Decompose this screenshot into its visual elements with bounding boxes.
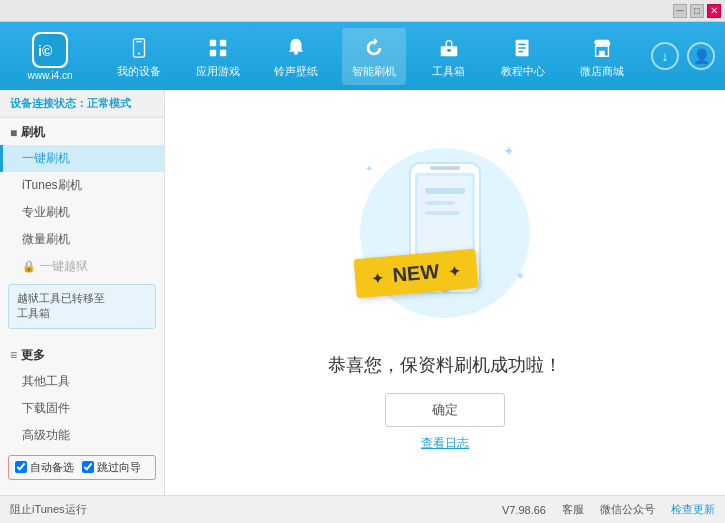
group-more: ≡ 更多 — [0, 341, 164, 368]
nav-item-ringtones[interactable]: 铃声壁纸 — [264, 28, 328, 85]
success-message: 恭喜您，保资料刷机成功啦！ — [328, 355, 562, 375]
status-value: 正常模式 — [87, 97, 131, 109]
sidebar-item-one-key-flash[interactable]: 一键刷机 — [0, 145, 164, 172]
notice-text: 越狱工具已转移至 工具箱 — [17, 292, 105, 319]
nav-items: 我的设备 应用游戏 铃声壁纸 智能刷机 — [100, 28, 641, 85]
status-label: 设备连接状态： — [10, 97, 87, 109]
group-flash-label: 刷机 — [21, 124, 45, 141]
bell-icon — [282, 34, 310, 62]
svg-rect-23 — [425, 188, 465, 194]
body: 设备连接状态：正常模式 ■ 刷机 一键刷机 iTunes刷机 专业刷机 微量刷机… — [0, 90, 725, 495]
success-text: 恭喜您，保资料刷机成功啦！ — [328, 353, 562, 377]
checkbox-row: 自动备选 跳过向导 — [8, 455, 156, 480]
skip-guide-input[interactable] — [82, 461, 94, 473]
apps-icon — [204, 34, 232, 62]
app-window: i© www.i4.cn 我的设备 应用游戏 — [0, 22, 725, 523]
lock-icon: 🔒 — [22, 260, 36, 273]
daily-link[interactable]: 查看日志 — [421, 435, 469, 452]
nav-item-my-device[interactable]: 我的设备 — [107, 28, 171, 85]
svg-rect-21 — [430, 166, 460, 170]
auto-backup-label: 自动备选 — [30, 460, 74, 475]
svg-rect-11 — [447, 48, 451, 51]
sidebar-locked-jailbreak: 🔒 一键越狱 — [0, 253, 164, 280]
nav-label-weidian: 微店商城 — [580, 64, 624, 79]
minimize-btn[interactable]: ─ — [673, 4, 687, 18]
new-badge-text: NEW — [392, 260, 440, 286]
nav-label-toolbox: 工具箱 — [432, 64, 465, 79]
nav-label-ringtones: 铃声壁纸 — [274, 64, 318, 79]
main-content: ✦ ✦ ✦ — [165, 90, 725, 495]
group-flash: ■ 刷机 — [0, 118, 164, 145]
download-btn[interactable]: ↓ — [651, 42, 679, 70]
phone-icon — [125, 34, 153, 62]
user-btn[interactable]: 👤 — [687, 42, 715, 70]
customer-service-link[interactable]: 客服 — [562, 502, 584, 517]
status-bar: 设备连接状态：正常模式 — [0, 90, 164, 118]
book-icon — [509, 34, 537, 62]
toolbox-icon — [435, 34, 463, 62]
skip-guide-checkbox[interactable]: 跳过向导 — [82, 460, 141, 475]
flash-group-icon: ■ — [10, 126, 17, 140]
svg-point-3 — [138, 52, 140, 54]
nav-item-toolbox[interactable]: 工具箱 — [421, 28, 477, 85]
svg-rect-6 — [219, 39, 225, 45]
itunes-block-btn[interactable]: 阻止iTunes运行 — [10, 503, 87, 515]
footer: 阻止iTunes运行 V7.98.66 客服 微信公众号 检查更新 — [0, 495, 725, 523]
svg-rect-5 — [209, 39, 215, 45]
header: i© www.i4.cn 我的设备 应用游戏 — [0, 22, 725, 90]
sparkle-1: ✦ — [503, 143, 515, 159]
sidebar-item-other-tools[interactable]: 其他工具 — [0, 368, 164, 395]
nav-item-apps[interactable]: 应用游戏 — [186, 28, 250, 85]
sidebar-notice: 越狱工具已转移至 工具箱 — [8, 284, 156, 329]
svg-text:i©: i© — [38, 43, 53, 59]
daily-link-text: 查看日志 — [421, 436, 469, 450]
svg-rect-9 — [294, 51, 298, 54]
sidebar-item-advanced[interactable]: 高级功能 — [0, 422, 164, 449]
check-update-link[interactable]: 检查更新 — [671, 502, 715, 517]
footer-left: 阻止iTunes运行 — [10, 502, 502, 517]
auto-backup-input[interactable] — [15, 461, 27, 473]
sidebar: 设备连接状态：正常模式 ■ 刷机 一键刷机 iTunes刷机 专业刷机 微量刷机… — [0, 90, 165, 495]
nav-item-tutorial[interactable]: 教程中心 — [491, 28, 555, 85]
sidebar-item-download-firmware[interactable]: 下载固件 — [0, 395, 164, 422]
locked-label: 一键越狱 — [40, 258, 88, 275]
svg-rect-7 — [209, 49, 215, 55]
logo-text: www.i4.cn — [27, 70, 72, 81]
group-more-label: 更多 — [21, 347, 45, 364]
header-right: ↓ 👤 — [651, 42, 715, 70]
svg-rect-25 — [425, 211, 460, 215]
confirm-btn-label: 确定 — [432, 401, 458, 419]
skip-guide-label: 跳过向导 — [97, 460, 141, 475]
success-illustration: ✦ ✦ ✦ — [345, 133, 545, 333]
shop-icon — [588, 34, 616, 62]
logo[interactable]: i© www.i4.cn — [10, 31, 90, 81]
footer-right: V7.98.66 客服 微信公众号 检查更新 — [502, 502, 715, 517]
svg-rect-8 — [219, 49, 225, 55]
confirm-button[interactable]: 确定 — [385, 393, 505, 427]
nav-label-my-device: 我的设备 — [117, 64, 161, 79]
refresh-icon — [360, 34, 388, 62]
more-group-icon: ≡ — [10, 348, 17, 362]
svg-rect-17 — [599, 50, 605, 56]
sparkle-2: ✦ — [365, 163, 373, 174]
version-text: V7.98.66 — [502, 504, 546, 516]
sidebar-item-pro-flash[interactable]: 专业刷机 — [0, 199, 164, 226]
title-bar: ─ □ ✕ — [0, 0, 725, 22]
nav-item-weidian[interactable]: 微店商城 — [570, 28, 634, 85]
svg-rect-24 — [425, 201, 455, 205]
nav-label-apps: 应用游戏 — [196, 64, 240, 79]
auto-backup-checkbox[interactable]: 自动备选 — [15, 460, 74, 475]
nav-label-smart-flash: 智能刷机 — [352, 64, 396, 79]
sidebar-item-itunes-flash[interactable]: iTunes刷机 — [0, 172, 164, 199]
close-btn[interactable]: ✕ — [707, 4, 721, 18]
sidebar-item-micro-flash[interactable]: 微量刷机 — [0, 226, 164, 253]
nav-label-tutorial: 教程中心 — [501, 64, 545, 79]
wechat-official-link[interactable]: 微信公众号 — [600, 502, 655, 517]
logo-icon: i© — [32, 32, 68, 68]
sparkle-3: ✦ — [515, 269, 525, 283]
restore-btn[interactable]: □ — [690, 4, 704, 18]
nav-item-smart-flash[interactable]: 智能刷机 — [342, 28, 406, 85]
